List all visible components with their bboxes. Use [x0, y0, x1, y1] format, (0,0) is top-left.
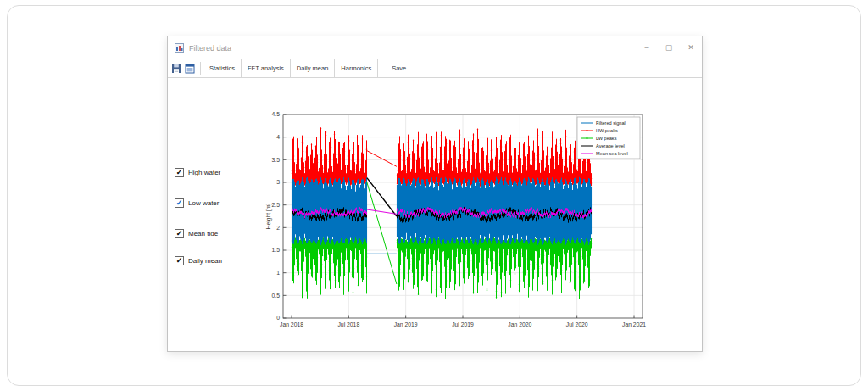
toolbar-icons — [168, 59, 198, 77]
checkbox-high-water[interactable]: ✓ — [175, 168, 184, 177]
legend-label: LW peaks — [596, 136, 617, 141]
checkbox-label: Low water — [188, 199, 219, 207]
x-tick-label: Jan 2018 — [280, 321, 303, 327]
plot-canvas: 00.511.522.533.544.5Jan 2018Jul 2018Jan … — [231, 78, 701, 351]
save-icon[interactable] — [171, 64, 181, 74]
window-body: ✓High water✓Low water✓Mean tide✓Daily me… — [168, 78, 702, 351]
y-tick-label: 0 — [276, 315, 280, 321]
x-tick-label: Jul 2020 — [566, 321, 588, 327]
legend-label: Average level — [596, 143, 625, 148]
toolbar-button-harmonics[interactable]: Harmonics — [335, 59, 378, 77]
y-tick-label: 1 — [276, 270, 280, 276]
legend-label: Mean sea level — [596, 151, 628, 156]
toolbar-button-save[interactable]: Save — [378, 59, 420, 77]
y-tick-label: 3.5 — [272, 157, 281, 163]
toolbar-button-daily-mean[interactable]: Daily mean — [291, 59, 336, 77]
x-tick-label: Jan 2020 — [508, 321, 531, 327]
toolbar-button-fft-analysis[interactable]: FFT analysis — [242, 59, 291, 77]
close-button[interactable]: ✕ — [680, 36, 702, 59]
checkbox-row-high-water[interactable]: ✓High water — [175, 168, 220, 177]
maximize-button[interactable]: ▢ — [658, 36, 680, 59]
checkbox-label: Daily mean — [188, 257, 222, 265]
toolbar-separator — [200, 62, 201, 75]
app-icon — [175, 43, 184, 53]
legend-marker — [586, 130, 587, 131]
checkbox-row-daily-mean[interactable]: ✓Daily mean — [175, 256, 222, 265]
checkbox-label: High water — [188, 169, 220, 176]
y-tick-label: 2 — [276, 225, 280, 231]
x-tick-label: Jul 2019 — [452, 321, 474, 327]
legend-marker — [586, 137, 587, 139]
y-tick-label: 4 — [276, 134, 280, 140]
y-tick-label: 2.5 — [272, 202, 281, 208]
window-title: Filtered data — [189, 44, 636, 53]
y-tick-label: 0.5 — [272, 293, 281, 299]
titlebar: Filtered data – ▢ ✕ — [168, 36, 702, 59]
checkbox-daily-mean[interactable]: ✓ — [175, 256, 184, 265]
checkbox-row-low-water[interactable]: ✓Low water — [175, 198, 219, 208]
x-tick-label: Jan 2019 — [394, 321, 418, 327]
checkbox-mean-tide[interactable]: ✓ — [175, 229, 184, 238]
y-tick-label: 4.5 — [272, 111, 281, 117]
minimize-button[interactable]: – — [636, 36, 658, 59]
y-axis-label: Height [m] — [265, 203, 272, 229]
legend-label: HW peaks — [596, 128, 618, 133]
checkbox-label: Mean tide — [188, 230, 218, 237]
y-tick-label: 1.5 — [272, 247, 281, 253]
legend-label: Filtered signal — [596, 120, 626, 126]
toolbar: StatisticsFFT analysisDaily meanHarmonic… — [168, 59, 702, 78]
figure-window-icon[interactable] — [185, 64, 195, 74]
x-tick-label: Jan 2021 — [622, 321, 646, 327]
app-window: Filtered data – ▢ ✕ — [167, 36, 703, 352]
y-tick-label: 3 — [276, 179, 280, 185]
toolbar-button-statistics[interactable]: Statistics — [203, 59, 242, 77]
toolbar-buttons: StatisticsFFT analysisDaily meanHarmonic… — [203, 59, 420, 77]
checkbox-low-water[interactable]: ✓ — [175, 198, 184, 208]
checkbox-row-mean-tide[interactable]: ✓Mean tide — [175, 229, 218, 238]
x-tick-label: Jul 2018 — [337, 321, 359, 327]
